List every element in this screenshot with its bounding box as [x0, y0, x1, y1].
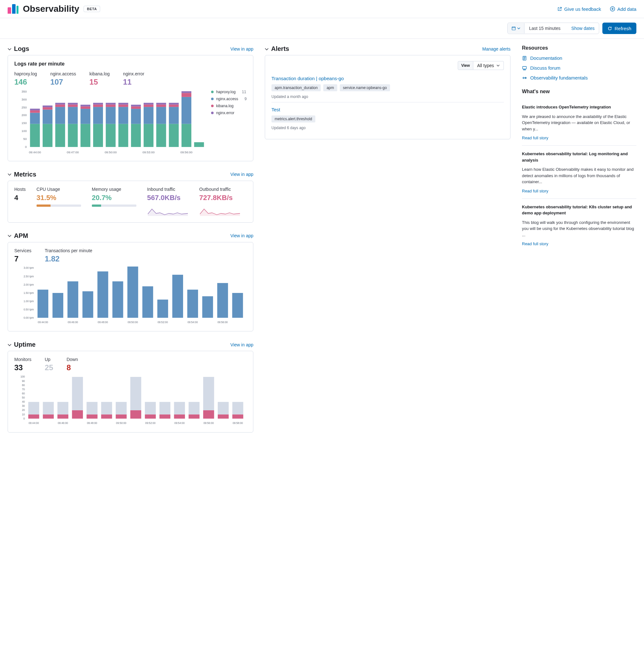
alerts-type-select[interactable]: All types — [473, 61, 504, 70]
uptime-chart: 010203040506070809010009:44:0009:46:0009… — [14, 375, 247, 425]
svg-text:09:54:00: 09:54:00 — [175, 421, 185, 425]
svg-rect-120 — [87, 402, 97, 415]
svg-rect-85 — [142, 286, 153, 318]
alert-title-link[interactable]: Test — [271, 107, 504, 112]
logs-legend: haproxy.log11nginx.access9kibana.logngin… — [211, 90, 247, 155]
chevron-down-icon — [7, 234, 12, 238]
metric-label: Memory usage — [92, 187, 136, 192]
give-feedback-link[interactable]: Give us feedback — [557, 6, 601, 12]
alerts-section-toggle[interactable]: Alerts — [265, 45, 289, 52]
svg-text:0.50 tpm: 0.50 tpm — [23, 308, 34, 311]
logs-kpi-label: nginx.access — [50, 71, 76, 76]
svg-text:80: 80 — [22, 384, 25, 387]
svg-text:2.00 tpm: 2.00 tpm — [23, 283, 34, 286]
resources-heading: Resources — [522, 45, 637, 51]
apm-view-in-app-link[interactable]: View in app — [230, 233, 253, 238]
resource-link[interactable]: Observability fundamentals — [522, 75, 637, 81]
alerts-view-button[interactable]: View — [458, 61, 473, 70]
metrics-view-in-app-link[interactable]: View in app — [230, 172, 253, 177]
svg-rect-49 — [144, 103, 154, 104]
svg-text:0: 0 — [25, 145, 27, 148]
chevron-down-icon — [517, 27, 520, 30]
svg-rect-54 — [169, 124, 179, 147]
svg-rect-55 — [169, 107, 179, 124]
app-header: Observability BETA Give us feedback Add … — [0, 0, 644, 18]
svg-rect-33 — [93, 103, 103, 104]
news-item: Elastic introduces OpenTelemetry integra… — [522, 99, 637, 146]
svg-text:1.50 tpm: 1.50 tpm — [23, 291, 34, 294]
news-title: Kubernetes observability tutorial: Log m… — [522, 151, 637, 163]
svg-rect-59 — [181, 97, 191, 124]
legend-item: haproxy.log11 — [211, 90, 247, 94]
svg-rect-50 — [156, 124, 166, 147]
show-dates-button[interactable]: Show dates — [567, 23, 599, 34]
svg-rect-88 — [187, 290, 198, 317]
metric-cpu-usage: CPU Usage 31.5% — [37, 187, 81, 216]
uptime-view-in-app-link[interactable]: View in app — [230, 342, 253, 347]
logs-section: Logs View in app Logs rate per minute ha… — [7, 45, 253, 161]
metrics-panel: Hosts 4CPU Usage 31.5%Memory usage 20.7%… — [7, 181, 253, 223]
apm-section-toggle[interactable]: APM — [7, 232, 28, 240]
svg-rect-140 — [232, 402, 243, 415]
resource-link[interactable]: Discuss forum — [522, 65, 637, 71]
news-title: Elastic introduces OpenTelemetry integra… — [522, 104, 637, 110]
services-value: 7 — [14, 255, 32, 263]
svg-rect-91 — [232, 293, 243, 318]
svg-rect-122 — [101, 402, 112, 415]
logs-kpi-label: haproxy.log — [14, 71, 37, 76]
popout-icon — [557, 7, 562, 12]
chevron-down-icon — [7, 47, 12, 51]
svg-text:09:44:00: 09:44:00 — [29, 421, 39, 425]
news-title: Kubernetes observability tutorial: K8s c… — [522, 204, 637, 216]
manage-alerts-link[interactable]: Manage alerts — [482, 47, 511, 52]
date-quick-select-button[interactable] — [508, 23, 524, 33]
metric-value: 4 — [14, 194, 26, 202]
svg-text:09:44:00: 09:44:00 — [29, 151, 41, 154]
svg-text:09:52:00: 09:52:00 — [145, 421, 156, 425]
main: Logs View in app Logs rate per minute ha… — [0, 39, 644, 439]
date-range-text[interactable]: Last 15 minutes — [524, 23, 567, 34]
svg-rect-14 — [42, 124, 52, 147]
svg-rect-27 — [80, 109, 90, 124]
logs-view-in-app-link[interactable]: View in app — [230, 47, 253, 52]
resource-icon — [522, 66, 527, 71]
svg-text:10: 10 — [22, 413, 25, 416]
svg-rect-25 — [68, 103, 78, 104]
svg-text:50: 50 — [22, 396, 25, 399]
svg-rect-135 — [203, 410, 214, 419]
news-item: Kubernetes observability tutorial: Log m… — [522, 146, 637, 199]
svg-rect-86 — [157, 299, 168, 317]
resource-link[interactable]: Documentation — [522, 55, 637, 61]
down-value: 8 — [67, 363, 78, 372]
svg-rect-114 — [43, 402, 54, 415]
svg-text:09:47:00: 09:47:00 — [67, 151, 79, 154]
svg-rect-62 — [194, 142, 204, 147]
svg-text:60: 60 — [22, 392, 25, 395]
news-read-link[interactable]: Read full story — [522, 241, 548, 246]
news-read-link[interactable]: Read full story — [522, 189, 548, 193]
svg-rect-81 — [82, 291, 93, 317]
news-read-link[interactable]: Read full story — [522, 136, 548, 140]
svg-text:09:44:00: 09:44:00 — [38, 320, 48, 323]
svg-rect-61 — [181, 91, 191, 93]
refresh-button[interactable]: Refresh — [602, 22, 637, 34]
svg-rect-84 — [127, 266, 138, 318]
svg-text:30: 30 — [22, 405, 25, 408]
svg-text:300: 300 — [22, 98, 27, 101]
add-data-link[interactable]: Add data — [610, 6, 637, 12]
logs-kpi-value: 11 — [123, 77, 144, 87]
uptime-section-toggle[interactable]: Uptime — [7, 341, 36, 348]
metrics-section-toggle[interactable]: Metrics — [7, 171, 36, 178]
refresh-icon — [607, 26, 612, 31]
up-value: 25 — [45, 363, 53, 372]
svg-rect-53 — [156, 103, 166, 104]
resource-icon — [522, 75, 527, 81]
svg-rect-118 — [72, 377, 83, 410]
metric-memory-usage: Memory usage 20.7% — [92, 187, 136, 216]
logs-section-toggle[interactable]: Logs — [7, 45, 29, 52]
alert-title-link[interactable]: Transaction duration | opbeans-go — [271, 76, 504, 81]
svg-rect-130 — [160, 402, 171, 415]
svg-text:2.50 tpm: 2.50 tpm — [23, 275, 34, 278]
metric-value: 31.5% — [37, 194, 81, 202]
svg-rect-78 — [37, 290, 48, 317]
